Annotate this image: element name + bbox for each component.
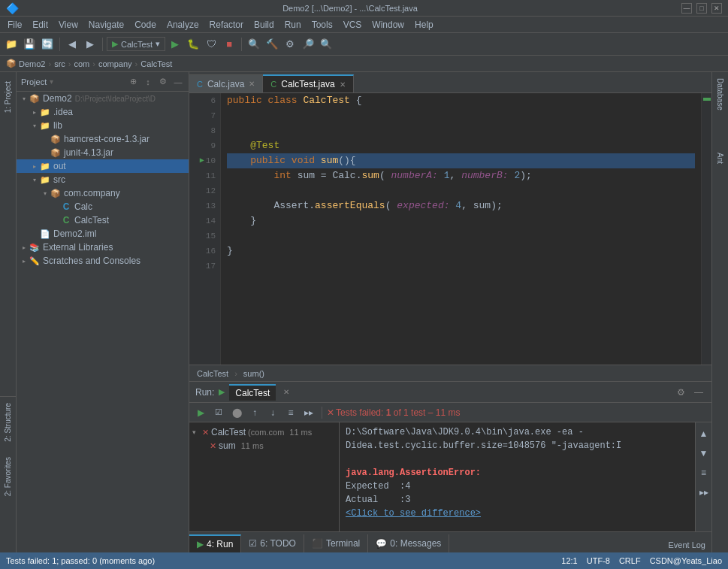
menu-refactor[interactable]: Refactor [205, 18, 248, 32]
panel-settings-btn[interactable]: ⚙ [157, 76, 169, 88]
run-config-selector[interactable]: ▶ CalcTest ▾ [107, 37, 165, 51]
status-lineending[interactable]: CRLF [619, 556, 641, 565]
breadcrumb-item-company[interactable]: company [98, 59, 132, 68]
console-wrap-btn[interactable]: ≡ [696, 465, 712, 481]
event-log-btn[interactable]: Event Log [662, 537, 711, 552]
toolbar-find-btn[interactable]: 🔎 [300, 36, 316, 53]
test-tree: ▾ ✕ CalcTest (com.com 11 ms ✕ sum 11 ms [189, 422, 340, 531]
menu-build[interactable]: Build [249, 18, 279, 32]
run-minimize-btn[interactable]: — [692, 386, 705, 399]
app-icon: 🔷 [6, 2, 19, 14]
close-button[interactable]: ✕ [711, 3, 722, 14]
tree-item-src[interactable]: ▾ 📁 src [17, 173, 189, 186]
toolbar-settings-btn[interactable]: ⚙ [282, 36, 298, 53]
panel-dropdown-arrow[interactable]: ▾ [50, 77, 53, 86]
tab-calc-close[interactable]: ✕ [249, 80, 255, 88]
toolbar-save-btn[interactable]: 💾 [21, 36, 38, 53]
code-editor[interactable]: 6 7 8 9 ▶10 11 12 13 14 15 16 17 public … [189, 93, 711, 365]
tree-item-calctest[interactable]: ▸ C CalcTest [17, 213, 189, 227]
menu-vcs[interactable]: VCS [339, 18, 367, 32]
breadcrumb-item-calctest[interactable]: CalcTest [140, 59, 172, 68]
menu-window[interactable]: Window [367, 18, 409, 32]
toolbar-search-btn[interactable]: 🔍 [246, 36, 262, 53]
run-settings-btn[interactable]: ⚙ [674, 386, 687, 399]
tree-item-calc[interactable]: ▸ C Calc [17, 200, 189, 213]
menu-code[interactable]: Code [130, 18, 161, 32]
tree-item-demo2[interactable]: ▾ 📦 Demo2 D:\Project\IdeaProject\D [17, 92, 189, 105]
panel-add-btn[interactable]: ⊕ [127, 76, 139, 88]
favorites-tab[interactable]: 2: Favorites [4, 457, 12, 496]
tree-item-lib[interactable]: ▾ 📁 lib [17, 119, 189, 132]
bottom-tab-messages[interactable]: 💬 0: Messages [368, 534, 449, 552]
run-stop-btn[interactable]: ⬤ [228, 404, 245, 421]
toolbar-stop-btn[interactable]: ■ [221, 36, 237, 53]
tree-item-com-company[interactable]: ▾ 📦 com.company [17, 186, 189, 200]
run-checkbox-btn[interactable]: ☑ [210, 404, 227, 421]
run-tab-close[interactable]: ✕ [280, 386, 292, 398]
toolbar-run-btn[interactable]: ▶ [167, 36, 183, 53]
menu-run[interactable]: Run [280, 18, 306, 32]
console-more-btn[interactable]: ▸▸ [696, 484, 712, 501]
tree-arrow-com-company: ▾ [41, 190, 50, 197]
test-item-sum[interactable]: ✕ sum 11 ms [189, 439, 339, 452]
console-scroll-up-btn[interactable]: ▲ [696, 425, 712, 442]
run-sort-desc-btn[interactable]: ↓ [264, 404, 281, 421]
breadcrumb-item-demo2[interactable]: 📦 Demo2 [6, 59, 45, 68]
status-position[interactable]: 12:1 [561, 556, 577, 565]
tree-item-demo2-iml[interactable]: ▸ 📄 Demo2.iml [17, 227, 189, 241]
toolbar-debug-btn[interactable]: 🐛 [185, 36, 201, 53]
bottom-tab-run[interactable]: ▶ 4: Run [189, 534, 241, 552]
run-more-btn[interactable]: ▸▸ [301, 404, 317, 421]
toolbar-sync-btn[interactable]: 🔄 [39, 36, 56, 53]
toolbar-magnify-btn[interactable]: 🔍 [318, 36, 334, 53]
toolbar-back-btn[interactable]: ◀ [64, 36, 80, 53]
menu-edit[interactable]: Edit [28, 18, 53, 32]
toolbar-build-btn[interactable]: 🔨 [264, 36, 280, 53]
tab-calctest-java[interactable]: C CalcTest.java ✕ [263, 74, 353, 92]
footer-sep: › [234, 369, 237, 378]
test-status-text: Tests failed: 1 of 1 test – 11 ms [336, 407, 460, 418]
breadcrumb-item-com[interactable]: com [74, 59, 89, 68]
structure-tab[interactable]: 2: Structure [4, 403, 12, 442]
toolbar-forward-btn[interactable]: ▶ [82, 36, 98, 53]
minimize-button[interactable]: — [681, 3, 692, 14]
tree-item-ext-lib[interactable]: ▸ 📚 External Libraries [17, 241, 189, 254]
run-rerun-btn[interactable]: ▶ [192, 404, 209, 421]
menu-help[interactable]: Help [410, 18, 438, 32]
right-tab-database[interactable]: Database [714, 72, 726, 117]
toolbar-run-with-coverage-btn[interactable]: 🛡 [203, 36, 219, 53]
bottom-tab-terminal[interactable]: ⬛ Terminal [304, 534, 368, 552]
tree-label-calctest: CalcTest [74, 215, 109, 225]
tree-item-out[interactable]: ▸ 📁 out [17, 159, 189, 173]
panel-sort-btn[interactable]: ↕ [142, 76, 154, 88]
status-encoding[interactable]: UTF-8 [587, 556, 610, 565]
bottom-tab-todo[interactable]: ☑ 6: TODO [241, 534, 304, 552]
breadcrumb-item-src[interactable]: src [54, 59, 65, 68]
menu-file[interactable]: File [3, 18, 26, 32]
tab-calctest-close[interactable]: ✕ [340, 80, 346, 89]
panel-collapse-btn[interactable]: — [172, 76, 184, 88]
tree-item-scratches[interactable]: ▸ ✏️ Scratches and Consoles [17, 254, 189, 268]
tree-item-idea[interactable]: ▸ 📁 .idea [17, 105, 189, 119]
right-tab-ant[interactable]: Ant [714, 147, 726, 170]
run-tab-calctest[interactable]: CalcTest [229, 384, 276, 401]
test-item-calctest[interactable]: ▾ ✕ CalcTest (com.com 11 ms [189, 425, 339, 439]
tab-calc-java[interactable]: C Calc.java ✕ [189, 74, 263, 92]
console-diff-link[interactable]: <Click to see difference> [346, 507, 689, 520]
toolbar-open-btn[interactable]: 📁 [3, 36, 20, 53]
bottom-tab-messages-icon: 💬 [376, 538, 387, 549]
menu-analyze[interactable]: Analyze [162, 18, 204, 32]
tree-item-hamcrest[interactable]: ▸ 📦 hamcrest-core-1.3.jar [17, 132, 189, 146]
menu-tools[interactable]: Tools [307, 18, 337, 32]
menu-view[interactable]: View [54, 18, 83, 32]
menu-navigate[interactable]: Navigate [84, 18, 128, 32]
console-scroll-down-btn[interactable]: ▼ [696, 445, 712, 462]
code-content[interactable]: public class CalcTest { @Test public voi… [221, 93, 701, 365]
sidebar-tab-project[interactable]: 1: Project [2, 75, 14, 119]
run-sort-asc-btn[interactable]: ↑ [246, 404, 263, 421]
tab-calc-label: Calc.java [207, 79, 244, 89]
tree-item-junit[interactable]: ▸ 📦 junit-4.13.jar [17, 146, 189, 159]
maximize-button[interactable]: □ [696, 3, 707, 14]
run-collapse-btn[interactable]: ≡ [282, 404, 299, 421]
console-output[interactable]: D:\Software\Java\JDK9.0.4\bin\java.exe -… [340, 422, 695, 531]
